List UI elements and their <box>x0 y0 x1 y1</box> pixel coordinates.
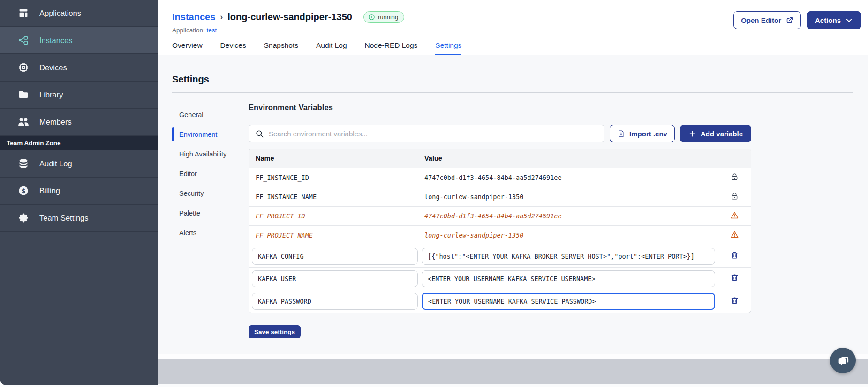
application-link[interactable]: test <box>207 27 217 34</box>
table-header: Name Value <box>249 149 751 168</box>
add-variable-button[interactable]: Add variable <box>680 125 751 142</box>
chat-widget-button[interactable] <box>830 348 856 373</box>
lock-icon <box>730 172 739 183</box>
tab-node-red-logs[interactable]: Node-RED Logs <box>365 41 418 55</box>
env-var-name-cell: FF_PROJECT_NAME <box>249 231 421 239</box>
sidebar-nav: ApplicationsInstancesDevicesLibraryMembe… <box>0 0 158 136</box>
import-env-button[interactable]: Import .env <box>610 125 675 142</box>
env-var-row-ff-project-id: FF_PROJECT_ID4747c0bd-d1f3-4654-84b4-aa5… <box>249 207 751 226</box>
sidebar-item-label: Applications <box>39 9 81 18</box>
sidebar-item-members[interactable]: Members <box>0 109 158 136</box>
breadcrumb-separator: › <box>220 12 223 22</box>
env-var-value: long-curlew-sandpiper-1350 <box>421 193 718 201</box>
tab-overview[interactable]: Overview <box>172 41 203 55</box>
save-row: Save settings <box>249 325 751 338</box>
settings-subnav: GeneralEnvironmentHigh AvailabilityEdito… <box>172 102 231 338</box>
settings-subnav-alerts[interactable]: Alerts <box>172 223 231 243</box>
environment-table-zone: Import .env Add variable Name Value <box>249 125 751 338</box>
team-admin-zone-label: Team Admin Zone <box>0 136 158 150</box>
env-var-value-cell: long-curlew-sandpiper-1350 <box>421 193 718 201</box>
play-circle-icon <box>368 14 375 21</box>
sidebar-item-billing[interactable]: $Billing <box>0 178 158 205</box>
env-var-name: FF_PROJECT_ID <box>249 212 421 220</box>
env-var-value-input[interactable] <box>422 270 715 287</box>
column-header-name: Name <box>249 155 421 162</box>
breadcrumb-instances-link[interactable]: Instances <box>172 12 215 22</box>
settings-title: Settings <box>172 74 853 85</box>
team-settings-icon <box>18 212 29 223</box>
tab-snapshots[interactable]: Snapshots <box>264 41 298 55</box>
sidebar-item-team-settings[interactable]: Team Settings <box>0 205 158 232</box>
settings-subnav-editor[interactable]: Editor <box>172 164 231 184</box>
env-var-value-input[interactable] <box>422 248 715 265</box>
settings-subnav-environment[interactable]: Environment <box>172 125 231 144</box>
env-var-value-cell: 4747c0bd-d1f3-4654-84b4-aa5d274691ee <box>421 174 718 181</box>
env-var-name-input[interactable] <box>252 270 418 287</box>
env-var-value-cell <box>421 293 718 310</box>
billing-icon: $ <box>18 185 29 196</box>
env-var-value-cell <box>421 270 718 287</box>
settings-content: Settings GeneralEnvironmentHigh Availabi… <box>158 55 868 354</box>
sidebar-item-instances[interactable]: Instances <box>0 27 158 54</box>
env-var-row-kafka-config <box>249 245 751 268</box>
settings-subnav-security[interactable]: Security <box>172 184 231 203</box>
env-var-row-kafka-user <box>249 268 751 290</box>
app-root: ApplicationsInstancesDevicesLibraryMembe… <box>0 0 868 387</box>
env-var-row-kafka-password <box>249 290 751 313</box>
sidebar-item-applications[interactable]: Applications <box>0 0 158 27</box>
settings-subnav-general[interactable]: General <box>172 105 231 125</box>
vertical-divider <box>239 104 239 338</box>
open-editor-button[interactable]: Open Editor <box>733 11 801 29</box>
save-settings-button[interactable]: Save settings <box>249 325 301 338</box>
sidebar-item-label: Audit Log <box>39 159 72 168</box>
env-var-value: 4747c0bd-d1f3-4654-84b4-aa5d274691ee <box>421 212 718 220</box>
env-var-value-input[interactable] <box>422 293 715 310</box>
tab-settings[interactable]: Settings <box>435 41 461 55</box>
env-var-action-cell <box>718 251 751 261</box>
search-input[interactable] <box>269 130 598 138</box>
page-header: Instances › long-curlew-sandpiper-1350 r… <box>158 0 868 34</box>
library-icon <box>18 89 29 100</box>
sidebar-item-label: Library <box>39 90 63 99</box>
trash-icon[interactable] <box>730 251 739 261</box>
instances-icon <box>18 35 29 46</box>
environment-variables-title: Environment Variables <box>249 103 853 112</box>
svg-text:$: $ <box>21 187 25 194</box>
chat-icon <box>836 354 850 368</box>
env-var-name-input[interactable] <box>252 293 418 310</box>
env-var-value: 4747c0bd-d1f3-4654-84b4-aa5d274691ee <box>421 174 718 181</box>
sidebar-item-label: Devices <box>39 63 67 72</box>
env-var-value-cell: long-curlew-sandpiper-1350 <box>421 231 718 239</box>
sidebar-admin-nav: Audit Log$BillingTeam Settings <box>0 150 158 232</box>
trash-icon[interactable] <box>730 296 739 307</box>
env-var-action-cell <box>718 230 751 241</box>
environment-variables-table: Name Value FF_INSTANCE_ID4747c0bd-d1f3-4… <box>249 149 751 313</box>
header-buttons: Open Editor Actions <box>733 11 861 29</box>
tab-audit-log[interactable]: Audit Log <box>316 41 347 55</box>
env-var-name: FF_INSTANCE_NAME <box>249 193 421 201</box>
sidebar-item-label: Members <box>39 118 72 127</box>
table-body: FF_INSTANCE_ID4747c0bd-d1f3-4654-84b4-aa… <box>249 168 751 313</box>
footer-band <box>158 359 868 384</box>
instance-name: long-curlew-sandpiper-1350 <box>227 12 352 22</box>
trash-icon[interactable] <box>730 273 739 284</box>
settings-subnav-high-availability[interactable]: High Availability <box>172 144 231 164</box>
external-link-icon <box>785 16 793 24</box>
env-var-name-cell <box>249 293 421 310</box>
env-var-name: FF_INSTANCE_ID <box>249 174 421 181</box>
devices-icon <box>18 62 29 73</box>
env-var-name-cell: FF_INSTANCE_NAME <box>249 193 421 201</box>
env-var-name-input[interactable] <box>252 248 418 265</box>
settings-subnav-palette[interactable]: Palette <box>172 203 231 223</box>
sidebar-item-label: Instances <box>39 36 73 45</box>
audit-log-icon <box>18 158 29 169</box>
sidebar-item-library[interactable]: Library <box>0 82 158 109</box>
sidebar-item-devices[interactable]: Devices <box>0 54 158 82</box>
actions-button[interactable]: Actions <box>807 11 861 29</box>
search-box <box>249 125 604 142</box>
tab-devices[interactable]: Devices <box>220 41 246 55</box>
env-var-name-cell <box>249 248 421 265</box>
sidebar-item-audit-log[interactable]: Audit Log <box>0 150 158 178</box>
env-var-value-cell: 4747c0bd-d1f3-4654-84b4-aa5d274691ee <box>421 212 718 220</box>
sidebar-item-label: Billing <box>39 186 60 195</box>
